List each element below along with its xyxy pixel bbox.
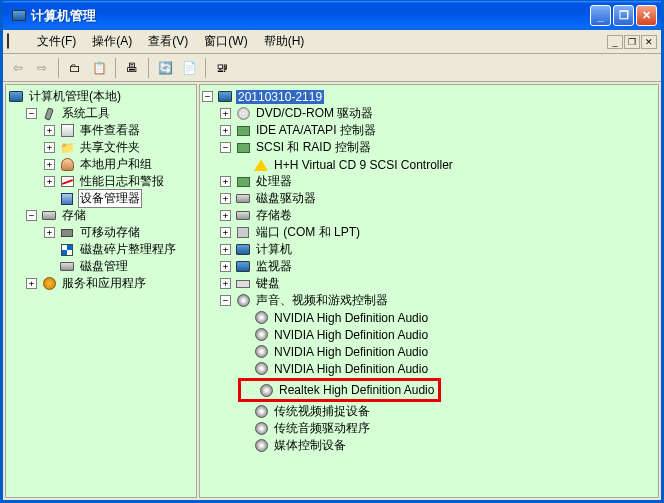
- tree-device-manager[interactable]: 设备管理器: [44, 190, 194, 207]
- back-button[interactable]: ⇦: [7, 57, 29, 79]
- device-sound-nvidia4[interactable]: NVIDIA High Definition Audio: [238, 360, 656, 377]
- scan-button[interactable]: 🖳: [211, 57, 233, 79]
- computer-icon: [235, 242, 251, 258]
- menubar: 文件(F) 操作(A) 查看(V) 窗口(W) 帮助(H) _ ❐ ✕: [3, 30, 661, 54]
- tree-system-tools[interactable]: −系统工具: [26, 105, 194, 122]
- forward-button[interactable]: ⇨: [31, 57, 53, 79]
- expand-icon[interactable]: +: [26, 278, 37, 289]
- device-monitor[interactable]: +监视器: [220, 258, 656, 275]
- expand-icon[interactable]: +: [220, 125, 231, 136]
- computer-icon: [8, 89, 24, 105]
- keyboard-icon: [235, 276, 251, 292]
- app-icon: [11, 8, 27, 24]
- collapse-icon[interactable]: −: [202, 91, 213, 102]
- tree-shared-folders[interactable]: +📁共享文件夹: [44, 139, 194, 156]
- properties-button[interactable]: 📋: [88, 57, 110, 79]
- device-sound-media[interactable]: 媒体控制设备: [238, 437, 656, 454]
- expand-icon[interactable]: +: [220, 210, 231, 221]
- expand-icon[interactable]: +: [44, 125, 55, 136]
- cd-icon: [235, 106, 251, 122]
- mdi-minimize-button[interactable]: _: [607, 35, 623, 49]
- mdi-close-button[interactable]: ✕: [641, 35, 657, 49]
- tree-storage[interactable]: −存储: [26, 207, 194, 224]
- defrag-icon: [59, 242, 75, 258]
- up-button[interactable]: 🗀: [64, 57, 86, 79]
- toolbar: ⇦ ⇨ 🗀 📋 🖶 🔄 📄 🖳: [3, 54, 661, 82]
- collapse-icon[interactable]: −: [26, 210, 37, 221]
- collapse-icon[interactable]: −: [220, 142, 231, 153]
- expand-icon[interactable]: +: [220, 108, 231, 119]
- device-sound-legacy[interactable]: 传统音频驱动程序: [238, 420, 656, 437]
- device-sound-nvidia1[interactable]: NVIDIA High Definition Audio: [238, 309, 656, 326]
- sound-icon: [235, 293, 251, 309]
- expand-icon[interactable]: +: [220, 176, 231, 187]
- device-sound-realtek[interactable]: Realtek High Definition Audio: [277, 383, 436, 397]
- device-volumes[interactable]: +存储卷: [220, 207, 656, 224]
- menu-window[interactable]: 窗口(W): [196, 31, 255, 52]
- collapse-icon[interactable]: −: [220, 295, 231, 306]
- device-sound-capture[interactable]: 传统视频捕捉设备: [238, 403, 656, 420]
- expand-icon[interactable]: +: [220, 261, 231, 272]
- device-disk[interactable]: +磁盘驱动器: [220, 190, 656, 207]
- print-button[interactable]: 🖶: [121, 57, 143, 79]
- tree-perf-logs[interactable]: +性能日志和警报: [44, 173, 194, 190]
- refresh-button[interactable]: 🔄: [154, 57, 176, 79]
- device-sound[interactable]: −声音、视频和游戏控制器: [220, 292, 656, 309]
- tree-local-users[interactable]: +本地用户和组: [44, 156, 194, 173]
- tree-disk-mgmt[interactable]: 磁盘管理: [44, 258, 194, 275]
- device-sound-nvidia2[interactable]: NVIDIA High Definition Audio: [238, 326, 656, 343]
- device-dvd[interactable]: +DVD/CD-ROM 驱动器: [220, 105, 656, 122]
- computer-icon: [217, 89, 233, 105]
- expand-icon[interactable]: +: [44, 176, 55, 187]
- tree-event-viewer[interactable]: +事件查看器: [44, 122, 194, 139]
- device-scsi-item[interactable]: H+H Virtual CD 9 SCSI Controller: [238, 156, 656, 173]
- sound-icon: [253, 310, 269, 326]
- close-button[interactable]: ✕: [636, 5, 657, 26]
- folder-icon: 📁: [59, 140, 75, 156]
- tree-root[interactable]: 计算机管理(本地): [8, 88, 194, 105]
- sound-icon: [253, 438, 269, 454]
- window: 计算机管理 _ ❐ ✕ 文件(F) 操作(A) 查看(V) 窗口(W) 帮助(H…: [0, 0, 664, 503]
- sound-icon: [253, 404, 269, 420]
- collapse-icon[interactable]: −: [26, 108, 37, 119]
- mdi-restore-button[interactable]: ❐: [624, 35, 640, 49]
- device-scsi[interactable]: −SCSI 和 RAID 控制器: [220, 139, 656, 156]
- minimize-button[interactable]: _: [590, 5, 611, 26]
- sound-icon: [258, 382, 274, 398]
- tree-defrag[interactable]: 磁盘碎片整理程序: [44, 241, 194, 258]
- chip-icon: [235, 123, 251, 139]
- device-sound-nvidia3[interactable]: NVIDIA High Definition Audio: [238, 343, 656, 360]
- drive-icon: [235, 191, 251, 207]
- maximize-button[interactable]: ❐: [613, 5, 634, 26]
- menu-view[interactable]: 查看(V): [140, 31, 196, 52]
- device-ide[interactable]: +IDE ATA/ATAPI 控制器: [220, 122, 656, 139]
- chip-icon: [235, 140, 251, 156]
- expand-icon[interactable]: +: [220, 227, 231, 238]
- menu-help[interactable]: 帮助(H): [256, 31, 313, 52]
- right-tree-pane[interactable]: −20110310-2119 +DVD/CD-ROM 驱动器 +IDE ATA/…: [199, 84, 659, 498]
- menu-file[interactable]: 文件(F): [29, 31, 84, 52]
- titlebar: 计算机管理 _ ❐ ✕: [3, 0, 661, 30]
- expand-icon[interactable]: +: [44, 142, 55, 153]
- device-root[interactable]: −20110310-2119: [202, 88, 656, 105]
- device-cpu[interactable]: +处理器: [220, 173, 656, 190]
- expand-icon[interactable]: +: [220, 244, 231, 255]
- export-button[interactable]: 📄: [178, 57, 200, 79]
- window-title: 计算机管理: [31, 7, 590, 25]
- highlighted-item: Realtek High Definition Audio: [238, 378, 441, 402]
- monitor-icon: [235, 259, 251, 275]
- left-tree-pane[interactable]: 计算机管理(本地) −系统工具 +事件查看器 +📁共享文件夹 +本地用户和组 +…: [5, 84, 197, 498]
- expand-icon[interactable]: +: [44, 159, 55, 170]
- tree-removable-storage[interactable]: +可移动存储: [44, 224, 194, 241]
- menu-action[interactable]: 操作(A): [84, 31, 140, 52]
- tree-services-apps[interactable]: +服务和应用程序: [26, 275, 194, 292]
- device-computer[interactable]: +计算机: [220, 241, 656, 258]
- disk-icon: [59, 259, 75, 275]
- expand-icon[interactable]: +: [44, 227, 55, 238]
- expand-icon[interactable]: +: [220, 193, 231, 204]
- perf-icon: [59, 174, 75, 190]
- event-icon: [59, 123, 75, 139]
- expand-icon[interactable]: +: [220, 278, 231, 289]
- device-ports[interactable]: +端口 (COM 和 LPT): [220, 224, 656, 241]
- device-keyboard[interactable]: +键盘: [220, 275, 656, 292]
